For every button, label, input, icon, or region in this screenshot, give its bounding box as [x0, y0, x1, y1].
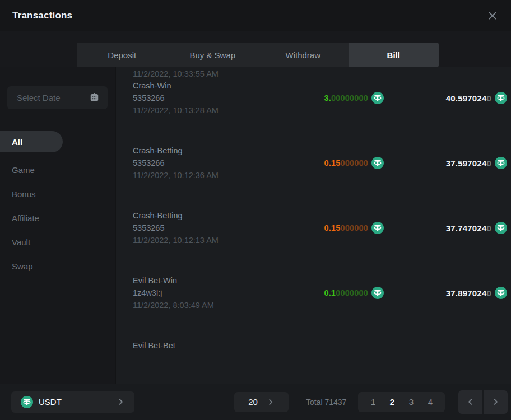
tab-withdraw[interactable]: Withdraw	[258, 43, 349, 67]
tether-icon	[495, 222, 507, 234]
page-button-3[interactable]: 3	[402, 397, 421, 407]
page-button-4[interactable]: 4	[421, 397, 440, 407]
tab-buy-swap[interactable]: Buy & Swap	[168, 43, 258, 67]
filter-sidebar: Select Date All Game Bonus Affiliate Vau…	[0, 67, 116, 384]
transaction-timestamp: 11/2/2022, 10:12:13 AM	[133, 234, 290, 246]
tether-icon	[371, 222, 384, 234]
table-row[interactable]: Crash-Betting 5353266 11/2/2022, 10:12:3…	[133, 144, 507, 181]
modal-content: Select Date All Game Bonus Affiliate Vau…	[0, 67, 511, 384]
transaction-list: 11/2/2022, 10:33:55 AM Crash-Win 5353266…	[116, 67, 511, 384]
sidebar-item-game[interactable]: Game	[7, 158, 108, 182]
transaction-name: Evil Bet-Bet	[133, 339, 290, 352]
transaction-id: 5353266	[133, 92, 290, 104]
tether-icon	[495, 287, 507, 299]
total-count-label: Total 71437	[306, 398, 346, 407]
tether-icon	[495, 92, 507, 104]
transaction-name: Crash-Betting	[133, 209, 290, 222]
tether-icon	[371, 287, 384, 299]
page-size-value: 20	[248, 397, 258, 407]
transaction-balance: 40.5970240	[384, 92, 507, 104]
transaction-info: Evil Bet-Win 1z4w3l:j 11/2/2022, 8:03:49…	[133, 274, 290, 311]
transaction-name: Crash-Betting	[133, 144, 290, 157]
chevron-right-icon	[267, 398, 275, 406]
tether-icon	[21, 396, 33, 408]
page-size-selector[interactable]: 20	[234, 392, 289, 412]
prev-page-button[interactable]	[458, 390, 482, 414]
tab-band: Deposit Buy & Swap Withdraw Bill	[0, 31, 511, 67]
transaction-timestamp-partial: 11/2/2022, 10:33:55 AM	[133, 68, 507, 80]
sidebar-item-affiliate[interactable]: Affiliate	[7, 206, 108, 230]
table-row[interactable]: Crash-Betting 5353265 11/2/2022, 10:12:1…	[133, 209, 507, 246]
page-button-2[interactable]: 2	[383, 397, 402, 407]
tab-bill[interactable]: Bill	[349, 43, 439, 67]
tab-strip: Deposit Buy & Swap Withdraw Bill	[77, 43, 439, 67]
transaction-timestamp: 11/2/2022, 8:03:49 AM	[133, 299, 290, 311]
select-date-input[interactable]: Select Date	[7, 86, 108, 109]
page-button-1[interactable]: 1	[364, 397, 383, 407]
transaction-amount: 0.15000000	[290, 157, 384, 169]
sidebar-item-vault[interactable]: Vault	[7, 230, 108, 254]
tether-icon	[495, 157, 507, 169]
transaction-timestamp: 11/2/2022, 10:12:36 AM	[133, 169, 290, 181]
transactions-modal: Transactions Deposit Buy & Swap Withdraw…	[0, 0, 511, 420]
sidebar-item-all[interactable]: All	[0, 131, 63, 152]
transaction-amount: 0.10000000	[290, 287, 384, 299]
transaction-id: 1z4w3l:j	[133, 287, 290, 299]
transaction-timestamp: 11/2/2022, 10:13:28 AM	[133, 104, 290, 116]
sidebar-item-bonus[interactable]: Bonus	[7, 182, 108, 206]
currency-selector[interactable]: USDT	[11, 391, 134, 413]
tether-icon	[371, 157, 384, 169]
sidebar-item-swap[interactable]: Swap	[7, 254, 108, 278]
modal-header: Transactions	[0, 0, 511, 31]
transaction-info: Crash-Win 5353266 11/2/2022, 10:13:28 AM	[133, 80, 290, 116]
transaction-balance: 37.7470240	[384, 222, 507, 234]
transaction-info: Evil Bet-Bet	[133, 339, 290, 352]
tab-deposit[interactable]: Deposit	[77, 43, 168, 67]
sidebar-filter-list: Game Bonus Affiliate Vault Swap	[7, 158, 108, 278]
transaction-id: 5353266	[133, 157, 290, 169]
pagination-nav	[458, 390, 508, 414]
transaction-id: 5353265	[133, 222, 290, 234]
transaction-balance: 37.8970240	[384, 287, 507, 299]
next-page-button[interactable]	[484, 390, 508, 414]
transaction-info: Crash-Betting 5353266 11/2/2022, 10:12:3…	[133, 144, 290, 181]
tether-icon	[371, 92, 384, 104]
transaction-info: Crash-Betting 5353265 11/2/2022, 10:12:1…	[133, 209, 290, 246]
currency-label: USDT	[39, 397, 62, 407]
close-icon[interactable]	[486, 10, 499, 22]
chevron-right-icon	[117, 398, 125, 406]
page-title: Transactions	[12, 10, 72, 21]
transaction-amount: 3.00000000	[290, 92, 384, 104]
calendar-icon	[89, 92, 100, 104]
table-row[interactable]: Crash-Win 5353266 11/2/2022, 10:13:28 AM…	[133, 80, 507, 116]
table-row[interactable]: Evil Bet-Win 1z4w3l:j 11/2/2022, 8:03:49…	[133, 274, 507, 311]
transaction-balance: 37.5970240	[384, 157, 507, 169]
pagination: 1 2 3 4	[358, 392, 445, 412]
select-date-placeholder: Select Date	[17, 93, 61, 102]
table-row[interactable]: Evil Bet-Bet	[133, 339, 507, 352]
transaction-amount: 0.15000000	[290, 222, 384, 234]
modal-footer: USDT 20 Total 71437 1 2 3 4	[0, 384, 511, 420]
transaction-name: Evil Bet-Win	[133, 274, 290, 287]
transaction-name: Crash-Win	[133, 80, 290, 92]
